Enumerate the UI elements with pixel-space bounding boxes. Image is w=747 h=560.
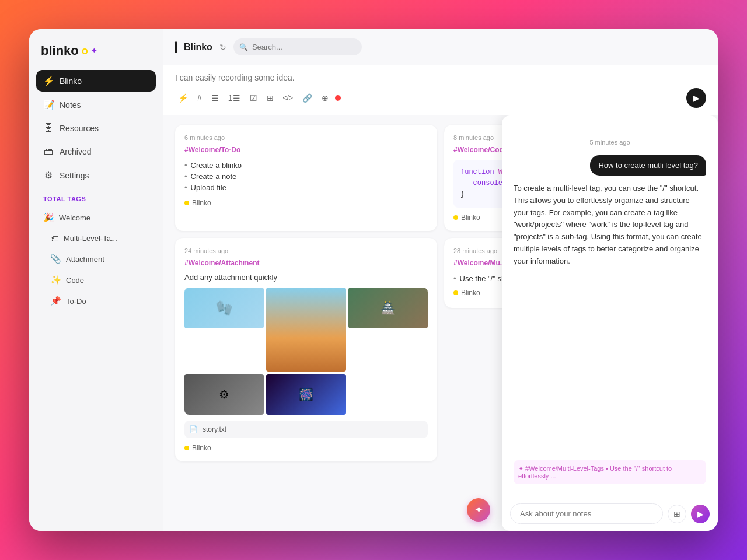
notes-icon: 📝: [43, 99, 54, 110]
image-grid: 🧤 🏯 ⚙ 🎆: [184, 288, 428, 415]
ai-chat-content: 5 minutes ago How to create mutli level …: [502, 116, 718, 496]
tag-label: To-Do: [66, 297, 86, 306]
ai-source-citation[interactable]: ✦ #Welcome/Multi-Level-Tags • Use the "/…: [514, 460, 706, 484]
tag-label: Multi-Level-Ta...: [64, 234, 117, 243]
toolbar: ⚡ # ☰ 1☰ ☑ ⊞ </> 🔗 ⊕ ▶: [175, 88, 706, 108]
hash-button[interactable]: #: [194, 92, 205, 104]
sidebar-item-label: Archived: [60, 147, 91, 156]
tag-label: Code: [66, 276, 84, 285]
note-time: 6 minutes ago: [184, 134, 428, 141]
welcome-emoji: 🎉: [43, 212, 54, 223]
checklist-button[interactable]: ☑: [247, 92, 260, 104]
list-item: Create a blinko: [184, 160, 428, 171]
sync-icon[interactable]: ↻: [219, 43, 226, 52]
tag-todo[interactable]: 📌 To-Do: [36, 292, 156, 310]
sidebar-item-label: Settings: [60, 171, 89, 180]
ai-chat-input-area: ⊞ ▶: [502, 496, 718, 531]
list-item: Upload file: [184, 182, 428, 193]
main-content: Blinko ↻ ⚡ # ☰ 1☰ ☑ ⊞ </> 🔗 ⊕ ▶: [163, 29, 718, 531]
sidebar-item-archived[interactable]: 🗃 Archived: [36, 141, 156, 162]
note-title: Add any attachment quickly: [184, 273, 428, 282]
note-time: 24 minutes ago: [184, 247, 428, 254]
note-author: Blinko: [184, 199, 428, 207]
file-name: story.txt: [203, 425, 226, 433]
tag-label: Welcome: [59, 214, 90, 222]
resources-icon: 🗄: [43, 123, 54, 134]
logo-dot: o: [82, 45, 88, 57]
code-keyword: function: [460, 168, 494, 176]
send-button[interactable]: ▶: [686, 88, 706, 108]
author-name: Blinko: [461, 214, 480, 222]
table-button[interactable]: ⊞: [264, 92, 277, 104]
ai-float-button[interactable]: ✦: [467, 498, 490, 522]
sidebar-item-label: Notes: [60, 100, 81, 110]
ai-chat-panel: 5 minutes ago How to create mutli level …: [502, 116, 718, 531]
author-name: Blinko: [192, 199, 211, 207]
code-button[interactable]: </>: [280, 92, 296, 104]
sidebar-item-resources[interactable]: 🗄 Resources: [36, 118, 156, 139]
tags-section-label: TOTAL TAGS: [36, 188, 156, 206]
sidebar-item-label: Blinko: [60, 76, 82, 86]
image-thumb: 🎆: [266, 374, 345, 415]
image-thumb-tall: [266, 288, 345, 372]
note-input[interactable]: [175, 73, 706, 82]
input-area: ⚡ # ☰ 1☰ ☑ ⊞ </> 🔗 ⊕ ▶: [163, 65, 718, 116]
bolt-icon: ⚡: [43, 75, 54, 86]
logo-star: ✦: [91, 47, 97, 55]
note-list: Create a blinko Create a note Upload fil…: [184, 160, 428, 193]
author-name: Blinko: [461, 289, 480, 297]
image-thumb: 🏯: [348, 288, 428, 328]
ai-response-text: To create a multi-level tag, you can use…: [514, 183, 706, 447]
attachment-button[interactable]: ⊕: [319, 92, 331, 104]
header: Blinko ↻: [163, 29, 718, 65]
sparkle-icon: ✦: [474, 503, 483, 516]
author-name: Blinko: [192, 444, 211, 452]
header-title: Blinko: [184, 42, 212, 52]
tag-welcome[interactable]: 🎉 Welcome: [36, 208, 156, 227]
chat-time: 5 minutes ago: [514, 139, 706, 146]
sidebar-item-label: Resources: [60, 124, 99, 133]
image-thumb: 🧤: [184, 288, 264, 328]
tag-label: Attachment: [66, 255, 104, 264]
search-wrapper: [233, 38, 362, 55]
sidebar: blinkoo✦ ⚡ Blinko 📝 Notes 🗄 Resources 🗃 …: [29, 29, 163, 531]
search-input[interactable]: [233, 38, 362, 55]
note-tag[interactable]: #Welcome/Attachment: [184, 259, 428, 267]
ai-chat-input[interactable]: [510, 503, 663, 524]
note-card-attachment: 24 minutes ago #Welcome/Attachment Add a…: [175, 238, 437, 461]
list-item: Create a note: [184, 171, 428, 182]
todo-emoji: 📌: [50, 296, 61, 306]
link-button[interactable]: 🔗: [299, 92, 315, 104]
note-tag[interactable]: #Welcome/To-Do: [184, 146, 428, 154]
author-dot: [453, 215, 458, 220]
app-container: blinkoo✦ ⚡ Blinko 📝 Notes 🗄 Resources 🗃 …: [29, 29, 718, 531]
code-emoji: ✨: [50, 275, 61, 285]
sidebar-item-settings[interactable]: ⚙ Settings: [36, 164, 156, 186]
notes-area: 6 minutes ago #Welcome/To-Do Create a bl…: [163, 116, 718, 531]
author-dot: [453, 290, 458, 295]
tag-attachment[interactable]: 📎 Attachment: [36, 250, 156, 268]
bolt-button[interactable]: ⚡: [175, 92, 191, 104]
list-ul-button[interactable]: ☰: [208, 92, 222, 104]
tag-multilevel[interactable]: 🏷 Multi-Level-Ta...: [36, 229, 156, 247]
settings-icon: ⚙: [43, 170, 54, 181]
code-console: console: [473, 179, 502, 187]
ai-send-button[interactable]: ▶: [691, 505, 710, 523]
header-border-icon: [175, 41, 177, 53]
image-thumb: ⚙: [184, 374, 264, 415]
record-button[interactable]: [335, 95, 341, 101]
attachment-emoji: 📎: [50, 254, 61, 264]
note-author: Blinko: [184, 444, 428, 452]
logo: blinkoo✦: [36, 43, 156, 68]
sidebar-item-blinko[interactable]: ⚡ Blinko: [36, 70, 156, 92]
logo-text: blinko: [41, 43, 79, 58]
author-dot: [184, 446, 189, 450]
ai-grid-button[interactable]: ⊞: [668, 505, 686, 523]
sidebar-item-notes[interactable]: 📝 Notes: [36, 94, 156, 116]
code-indent: [460, 179, 469, 187]
author-dot: [184, 201, 189, 205]
note-card-todo: 6 minutes ago #Welcome/To-Do Create a bl…: [175, 125, 437, 231]
tag-code[interactable]: ✨ Code: [36, 271, 156, 289]
list-ol-button[interactable]: 1☰: [225, 92, 243, 104]
multilevel-emoji: 🏷: [50, 233, 59, 243]
